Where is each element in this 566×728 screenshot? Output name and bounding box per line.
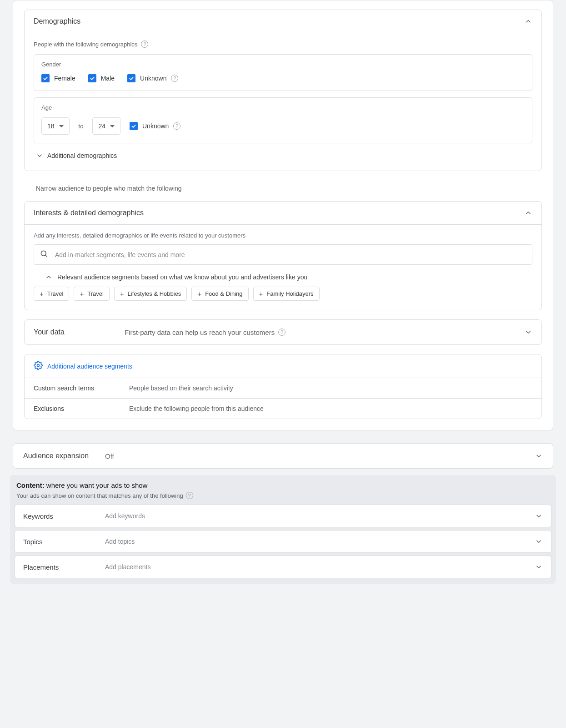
segment-chip[interactable]: +Food & Dining: [191, 287, 248, 301]
svg-point-2: [37, 364, 40, 367]
gender-female-label: Female: [54, 75, 75, 82]
demographics-section: Demographics People with the following d…: [24, 10, 542, 171]
chevron-up-icon: [45, 273, 53, 281]
gender-female-option[interactable]: Female: [41, 74, 75, 82]
exclusions-desc: Exclude the following people from this a…: [129, 405, 264, 412]
narrow-audience-label: Narrow audience to people who match the …: [36, 185, 553, 192]
chip-label: Lifestyles & Hobbies: [128, 290, 181, 297]
additional-segments-section: Additional audience segments Custom sear…: [24, 354, 542, 419]
your-data-section[interactable]: Your data First-party data can help us r…: [24, 319, 542, 345]
custom-search-terms-row[interactable]: Custom search terms People based on thei…: [25, 378, 541, 398]
segment-chip[interactable]: +Family Holidayers: [253, 287, 320, 301]
demographics-header[interactable]: Demographics: [25, 10, 541, 33]
interests-header[interactable]: Interests & detailed demographics: [25, 202, 541, 224]
audience-expansion-value: Off: [105, 452, 535, 460]
chevron-up-icon: [524, 209, 532, 217]
interests-title: Interests & detailed demographics: [34, 209, 144, 217]
exclusions-row[interactable]: Exclusions Exclude the following people …: [25, 398, 541, 419]
additional-demographics-toggle[interactable]: Additional demographics: [35, 152, 532, 160]
help-icon[interactable]: ?: [173, 122, 180, 130]
gender-male-option[interactable]: Male: [88, 74, 115, 82]
search-icon: [40, 249, 49, 260]
topics-label: Topics: [23, 538, 105, 546]
chevron-up-icon: [524, 17, 532, 25]
age-box: Age 18 to 24 Unknown: [34, 97, 532, 143]
content-title: Content: where you want your ads to show: [16, 481, 550, 489]
interests-subtitle: Add any interests, detailed demographics…: [34, 232, 532, 239]
segments-title-text: Relevant audience segments based on what…: [57, 273, 307, 281]
help-icon[interactable]: ?: [171, 75, 178, 82]
age-from-value: 18: [47, 122, 55, 130]
exclusions-label: Exclusions: [34, 405, 111, 412]
keywords-row[interactable]: Keywords Add keywords: [15, 505, 551, 527]
age-label: Age: [41, 104, 525, 111]
placements-row[interactable]: Placements Add placements: [15, 556, 551, 578]
chevron-down-icon: [535, 563, 543, 571]
age-unknown-label: Unknown: [142, 122, 169, 130]
checkbox-checked-icon: [130, 122, 138, 130]
plus-icon: +: [40, 290, 44, 297]
segments-header[interactable]: Relevant audience segments based on what…: [45, 273, 532, 281]
help-icon[interactable]: ?: [278, 329, 286, 336]
custom-search-label: Custom search terms: [34, 384, 111, 392]
chevron-down-icon: [535, 512, 543, 520]
keywords-label: Keywords: [23, 512, 105, 520]
gear-icon: [34, 361, 43, 371]
content-subtitle: Your ads can show on content that matche…: [16, 492, 183, 499]
dropdown-arrow-icon: [110, 125, 115, 127]
interests-search-input[interactable]: [54, 251, 526, 259]
age-unknown-option[interactable]: Unknown ?: [130, 122, 180, 130]
chevron-down-icon: [35, 152, 44, 160]
gender-unknown-option[interactable]: Unknown ?: [127, 74, 178, 82]
topics-row[interactable]: Topics Add topics: [15, 530, 551, 553]
topics-placeholder: Add topics: [105, 538, 535, 545]
chip-label: Travel: [47, 290, 64, 297]
age-from-dropdown[interactable]: 18: [41, 117, 70, 135]
plus-icon: +: [120, 290, 124, 297]
gender-label: Gender: [41, 61, 525, 68]
gender-box: Gender Female Male Unknown: [34, 54, 532, 91]
plus-icon: +: [80, 290, 84, 297]
demographics-subtitle: People with the following demographics: [34, 41, 137, 48]
chevron-down-icon: [535, 452, 543, 460]
additional-demographics-label: Additional demographics: [47, 152, 117, 159]
chip-label: Family Holidayers: [266, 290, 313, 297]
age-to-value: 24: [98, 122, 105, 130]
gender-unknown-label: Unknown: [140, 75, 166, 82]
age-to-label: to: [79, 123, 84, 130]
interests-section: Interests & detailed demographics Add an…: [24, 201, 542, 310]
chip-label: Food & Dining: [205, 290, 242, 297]
plus-icon: +: [197, 290, 201, 297]
svg-line-1: [45, 255, 47, 257]
help-icon[interactable]: ?: [186, 492, 193, 499]
age-to-dropdown[interactable]: 24: [92, 117, 120, 135]
placements-placeholder: Add placements: [105, 563, 535, 571]
demographics-title: Demographics: [34, 17, 80, 25]
help-icon[interactable]: ?: [141, 40, 148, 48]
keywords-placeholder: Add keywords: [105, 512, 535, 520]
your-data-desc: First-party data can help us reach your …: [125, 329, 275, 336]
content-title-bold: Content:: [16, 481, 45, 489]
custom-search-desc: People based on their search activity: [129, 384, 233, 392]
segment-chips-row: +Travel +Travel +Lifestyles & Hobbies +F…: [34, 287, 532, 301]
content-title-rest: where you want your ads to show: [45, 481, 148, 489]
chevron-down-icon: [524, 328, 532, 336]
svg-point-0: [41, 251, 46, 256]
checkbox-checked-icon: [127, 74, 135, 82]
audience-expansion-row[interactable]: Audience expansion Off: [13, 443, 553, 469]
dropdown-arrow-icon: [59, 125, 64, 127]
segment-chip[interactable]: +Travel: [74, 287, 109, 301]
checkbox-checked-icon: [88, 74, 96, 82]
chevron-down-icon: [535, 537, 543, 546]
interests-search-box[interactable]: [34, 244, 532, 265]
demographics-subtitle-row: People with the following demographics ?: [34, 40, 532, 48]
content-section: Content: where you want your ads to show…: [10, 475, 556, 584]
segment-chip[interactable]: +Travel: [34, 287, 69, 301]
placements-label: Placements: [23, 563, 105, 571]
plus-icon: +: [259, 290, 263, 297]
segment-chip[interactable]: +Lifestyles & Hobbies: [114, 287, 187, 301]
gender-male-label: Male: [101, 75, 115, 82]
additional-segments-link[interactable]: Additional audience segments: [47, 363, 132, 370]
audience-expansion-title: Audience expansion: [23, 452, 105, 460]
checkbox-checked-icon: [41, 74, 50, 82]
